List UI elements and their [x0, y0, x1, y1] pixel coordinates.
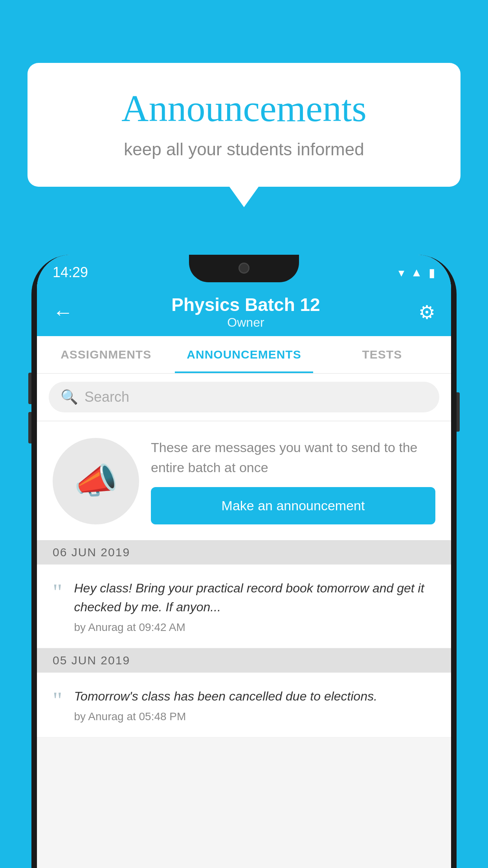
search-container: 🔍 Search: [37, 374, 451, 420]
announcement-meta-1: by Anurag at 09:42 AM: [74, 621, 436, 634]
status-time: 14:29: [53, 264, 88, 281]
phone-frame: 14:29 ▾ ▲ ▮ ← Physics Batch 12 Owner ⚙: [31, 255, 457, 868]
tabs-bar: ASSIGNMENTS ANNOUNCEMENTS TESTS: [37, 336, 451, 374]
announcement-text-1: Hey class! Bring your practical record b…: [74, 579, 436, 616]
batch-title: Physics Batch 12: [171, 294, 320, 315]
prompt-right: These are messages you want to send to t…: [151, 438, 435, 524]
announcement-text-2: Tomorrow's class has been cancelled due …: [74, 687, 436, 706]
back-button[interactable]: ←: [53, 302, 73, 322]
battery-icon: ▮: [429, 266, 435, 280]
volume-up-button: [28, 373, 31, 404]
status-icons: ▾ ▲ ▮: [398, 266, 435, 280]
speech-bubble-container: Announcements keep all your students inf…: [28, 63, 460, 187]
phone-container: 14:29 ▾ ▲ ▮ ← Physics Batch 12 Owner ⚙: [31, 255, 457, 868]
bubble-title: Announcements: [59, 86, 429, 130]
announcement-content-1: Hey class! Bring your practical record b…: [74, 579, 436, 634]
megaphone-icon: 📣: [74, 460, 118, 502]
tab-tests[interactable]: TESTS: [313, 336, 451, 373]
signal-icon: ▲: [411, 266, 422, 279]
header-nav: ← Physics Batch 12 Owner ⚙: [37, 286, 451, 336]
megaphone-circle: 📣: [53, 438, 139, 524]
prompt-description: These are messages you want to send to t…: [151, 438, 435, 478]
date-separator-2: 05 JUN 2019: [37, 648, 451, 673]
bubble-subtitle: keep all your students informed: [59, 140, 429, 159]
announcement-content-2: Tomorrow's class has been cancelled due …: [74, 687, 436, 723]
power-button: [457, 392, 460, 432]
settings-button[interactable]: ⚙: [418, 301, 435, 323]
search-input-wrap[interactable]: 🔍 Search: [49, 382, 439, 412]
announcement-prompt: 📣 These are messages you want to send to…: [37, 422, 451, 540]
announcement-item-2[interactable]: " Tomorrow's class has been cancelled du…: [37, 673, 451, 737]
search-icon: 🔍: [61, 389, 78, 405]
batch-role: Owner: [171, 315, 320, 330]
date-separator-1: 06 JUN 2019: [37, 540, 451, 565]
make-announcement-button[interactable]: Make an announcement: [151, 487, 435, 524]
wifi-icon: ▾: [398, 266, 404, 280]
date-label-1: 06 JUN 2019: [53, 546, 130, 559]
phone-notch: [189, 255, 299, 282]
speech-bubble: Announcements keep all your students inf…: [28, 63, 460, 187]
volume-down-button: [28, 412, 31, 443]
header-title-group: Physics Batch 12 Owner: [171, 294, 320, 330]
date-label-2: 05 JUN 2019: [53, 654, 130, 667]
search-placeholder-text: Search: [84, 389, 129, 405]
camera-notch: [238, 263, 250, 274]
announcement-item-1[interactable]: " Hey class! Bring your practical record…: [37, 565, 451, 648]
phone-screen: 14:29 ▾ ▲ ▮ ← Physics Batch 12 Owner ⚙: [37, 255, 451, 868]
quote-icon-2: ": [53, 688, 62, 712]
quote-icon-1: ": [53, 580, 62, 604]
tab-announcements[interactable]: ANNOUNCEMENTS: [175, 336, 313, 373]
tab-assignments[interactable]: ASSIGNMENTS: [37, 336, 175, 373]
announcement-meta-2: by Anurag at 05:48 PM: [74, 710, 436, 723]
